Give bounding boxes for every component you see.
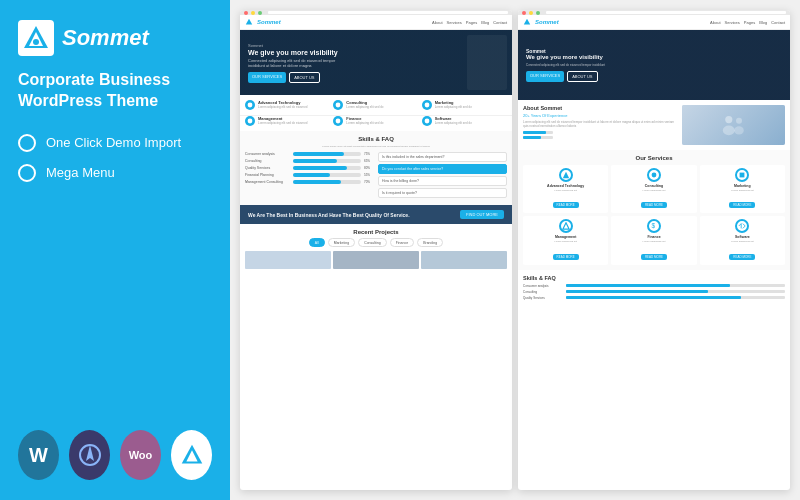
service-icon-marketing-2 <box>735 168 749 182</box>
service-finance-2: $ Finance Lorem adipiscing elit READ MOR… <box>611 216 696 264</box>
service-btn-consulting-2[interactable]: READ MORE <box>641 202 667 208</box>
people-image <box>682 105 785 145</box>
hero-desc-1: Connected adipiscing elit sed do eiusmod… <box>248 58 348 68</box>
woo-label: Woo <box>129 449 153 461</box>
service-marketing-2: Marketing Lorem adipiscing elit READ MOR… <box>700 165 785 213</box>
skills-col: Consumer analysis 75% Consulting 65% Qua… <box>245 152 374 200</box>
skills2-bar-bg-3 <box>566 296 785 299</box>
hero-btn1-1[interactable]: OUR SERVICES <box>248 72 286 83</box>
service-icon-consulting-2 <box>647 168 661 182</box>
service-software-2: Software Lorem adipiscing elit READ MORE <box>700 216 785 264</box>
preview-skills-section-1: Skills & FAQ Lorem ipsum dolor sit amet … <box>240 131 512 205</box>
skills2-label-2: Consulting <box>523 290 563 294</box>
badge-woocommerce[interactable]: Woo <box>120 430 161 480</box>
preview-services-section: Our Services Advanced Technology Lorem a… <box>518 150 790 270</box>
service-btn-finance-2[interactable]: READ MORE <box>641 254 667 260</box>
skills2-row-1: Consumer analysis <box>523 284 785 288</box>
preview-hero-text-1: Sommet We give you more visibility Conne… <box>248 43 348 83</box>
feature-advanced: Advanced Technology Lorem adipiscing eli… <box>245 100 330 110</box>
svg-point-14 <box>424 119 429 124</box>
tag-consulting[interactable]: Consulting <box>358 238 387 247</box>
hero-btn2-1[interactable]: ABOUT US <box>289 72 319 83</box>
nav2-link-about: About <box>710 20 720 25</box>
max-dot <box>258 11 262 15</box>
badge-row: W Woo <box>18 400 212 480</box>
preview-nav-links-1: About Services Pages Blog Contact <box>432 20 507 25</box>
service-name-finance-2: Finance <box>614 235 693 239</box>
preview-card-1: Sommet About Services Pages Blog Contact… <box>240 10 512 490</box>
hero-btn2-2[interactable]: ABOUT US <box>567 71 597 82</box>
tag-finance[interactable]: Finance <box>390 238 414 247</box>
feature-text-consulting: Consulting Lorem adipiscing elit sed do <box>346 100 383 110</box>
skills2-row-2: Consulting <box>523 290 785 294</box>
skill-bar-bg-mgmt <box>293 180 361 184</box>
hero-desc-2: Connected adipiscing elit sed do eiusmod… <box>526 63 605 67</box>
service-name-advanced: Advanced Technology <box>526 184 605 188</box>
feature-icon-management <box>245 116 255 126</box>
hero-subtitle-2: We give you more visibility <box>526 54 605 62</box>
service-btn-marketing-2[interactable]: READ MORE <box>729 202 755 208</box>
faq-col: Is this included in the sales department… <box>378 152 507 200</box>
feature-text-advanced: Advanced Technology Lorem adipiscing eli… <box>258 100 307 110</box>
svg-point-19 <box>735 126 745 134</box>
skills2-label-3: Quality Services <box>523 296 563 300</box>
skill-label-quality: Quality Services <box>245 166 290 170</box>
skill-pct-financial: 55% <box>364 173 374 177</box>
faq-item-3[interactable]: How is the billing done? <box>378 176 507 186</box>
skill-label-consulting: Consulting <box>245 159 290 163</box>
service-advanced: Advanced Technology Lorem adipiscing eli… <box>523 165 608 213</box>
left-panel: Sommet Corporate Business WordPress Them… <box>0 0 230 500</box>
service-btn-software-2[interactable]: READ MORE <box>729 254 755 260</box>
nav-link-contact: Contact <box>493 20 507 25</box>
preview-hero-text-2: Sommet We give you more visibility Conne… <box>526 48 605 83</box>
svg-marker-8 <box>246 19 252 25</box>
badge-avada[interactable] <box>69 430 110 480</box>
feature-desc-consulting: Lorem adipiscing elit sed do <box>346 106 383 110</box>
feature-desc-marketing: Lorem adipiscing elit sed do <box>435 106 472 110</box>
service-icon-advanced <box>559 168 573 182</box>
svg-point-20 <box>652 173 657 178</box>
badge-wordpress[interactable]: W <box>18 430 59 480</box>
hero-btn1-2[interactable]: OUR SERVICES <box>526 71 564 82</box>
service-btn-management-2[interactable]: READ MORE <box>553 254 579 260</box>
feature-text-management: Management Lorem adipiscing elit sed do … <box>258 116 307 126</box>
faq-item-2[interactable]: Do you conduct the after sales service? <box>378 164 507 174</box>
service-icon-management-2 <box>559 219 573 233</box>
about-desc: Lorem adipiscing elit sed do eiusmod tem… <box>523 120 678 128</box>
badge-summit[interactable] <box>171 430 212 480</box>
skill-label-financial: Financial Planning <box>245 173 290 177</box>
preview-nav-logo-2: Sommet <box>535 19 559 25</box>
about-text-col: About Sommet 20+ Years Of Experience Lor… <box>523 105 678 145</box>
nav2-link-contact: Contact <box>771 20 785 25</box>
tag-all[interactable]: All <box>309 238 325 247</box>
faq-item-4[interactable]: Is it required to quote? <box>378 188 507 198</box>
feature-finance: Finance Lorem adipiscing elit sed do <box>333 116 418 126</box>
svg-marker-15 <box>524 19 530 25</box>
skill-bar-bg-consulting <box>293 159 361 163</box>
service-management-2: Management Lorem adipiscing elit READ MO… <box>523 216 608 264</box>
people-icon <box>718 110 748 140</box>
service-btn-advanced[interactable]: READ MORE <box>553 202 579 208</box>
feature-desc-advanced: Lorem adipiscing elit sed do eiusmod <box>258 106 307 110</box>
hero-btns-2: OUR SERVICES ABOUT US <box>526 71 605 82</box>
tag-marketing[interactable]: Marketing <box>328 238 355 247</box>
theme-title-line1: Corporate Business <box>18 70 212 91</box>
feature-icon-advanced <box>245 100 255 110</box>
service-icon-software-2 <box>735 219 749 233</box>
faq-item-1[interactable]: Is this included in the sales department… <box>378 152 507 162</box>
cta-btn-1[interactable]: FIND OUT MORE <box>460 210 504 219</box>
feature-desc-management: Lorem adipiscing elit sed do eiusmod <box>258 122 307 126</box>
preview-projects-1: Recent Projects All Marketing Consulting… <box>240 224 512 274</box>
svg-point-11 <box>424 103 429 108</box>
about-subtitle: 20+ Years Of Experience <box>523 113 678 118</box>
feature-icon-consulting <box>333 100 343 110</box>
url-bar-2 <box>546 11 786 14</box>
skills-faq-container: Consumer analysis 75% Consulting 65% Qua… <box>245 152 507 200</box>
service-desc-software-2: Lorem adipiscing elit <box>703 240 782 243</box>
feature-icon-software <box>422 116 432 126</box>
tag-branding[interactable]: Branding <box>417 238 443 247</box>
service-name-software-2: Software <box>703 235 782 239</box>
preview-about-section: About Sommet 20+ Years Of Experience Lor… <box>518 100 790 150</box>
feature-software: Software Lorem adipiscing elit sed do <box>422 116 507 126</box>
skill-label-mgmt: Management Consulting <box>245 180 290 184</box>
